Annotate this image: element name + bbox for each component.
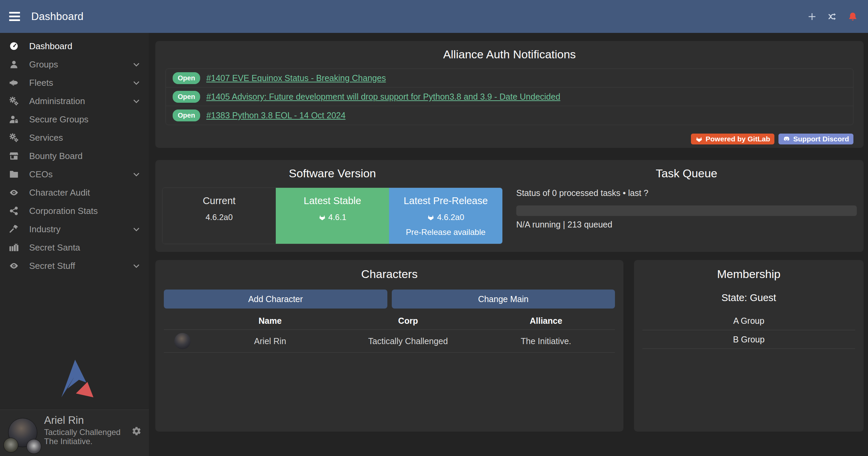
notification-link[interactable]: #1405 Advisory: Future development will … [206,92,560,102]
cell-name: Ariel Rin [201,336,339,346]
sidebar-item-fleets[interactable]: Fleets [0,74,149,92]
chevron-down-icon [132,78,141,87]
corp-logo [3,438,18,453]
sidebar-item-corporation-stats[interactable]: Corporation Stats [0,202,149,220]
sidebar-item-secret-stuff[interactable]: Secret Stuff [0,257,149,275]
sidebar-item-dashboard[interactable]: Dashboard [0,37,149,55]
chevron-down-icon [132,60,141,69]
notification-link[interactable]: #1407 EVE Equinox Status - Breaking Chan… [206,73,386,83]
task-queue-section: Task Queue Status of 0 processed tasks •… [509,167,864,245]
cogs-icon [9,133,23,143]
user-corp: Tactically Challenged [44,428,120,437]
membership-panel: Membership State: Guest A Group B Group [634,260,864,432]
eye-icon [9,261,23,271]
sidebar-item-administration[interactable]: Administration [0,92,149,110]
gauge-icon [9,41,23,51]
chevron-down-icon [132,261,141,270]
notification-item: Open #1405 Advisory: Future development … [166,87,853,106]
membership-title: Membership [642,267,855,281]
chevron-down-icon [132,97,141,105]
col-header-corp: Corp [339,316,477,326]
col-header-alliance: Alliance [477,316,615,326]
sidebar: Dashboard Groups Fleets [0,33,149,456]
change-main-shuffle-icon[interactable] [827,11,838,22]
task-queue-status: Status of 0 processed tasks • last ? [516,188,857,198]
page-title: Dashboard [31,11,83,23]
characters-table: Name Corp Alliance Ariel Rin Tactically … [164,312,615,353]
characters-title: Characters [164,267,615,281]
sidebar-item-industry[interactable]: Industry [0,220,149,238]
notifications-panel: Alliance Auth Notifications Open #1407 E… [155,41,864,148]
alliance-logo [26,439,41,454]
status-badge: Open [173,110,200,121]
sidebar-item-secret-santa[interactable]: Secret Santa [0,238,149,257]
characters-table-header: Name Corp Alliance [164,312,615,330]
add-character-icon[interactable] [806,11,818,22]
membership-groups: A Group B Group [642,312,855,349]
sidebar-item-character-audit[interactable]: Character Audit [0,183,149,202]
software-version-title: Software Version [162,167,503,180]
powered-by-gitlab-badge[interactable]: Powered by GitLab [691,134,774,144]
menu-toggle-button[interactable] [6,6,26,27]
sidebar-item-bounty-board[interactable]: Bounty Board [0,147,149,165]
cogs-icon [9,96,23,106]
task-queue-counts: N/A running | 213 queued [516,220,857,230]
share-icon [9,206,23,216]
change-main-button[interactable]: Change Main [392,290,615,309]
user-lock-icon [9,114,23,124]
group-item: B Group [642,330,855,349]
chevron-down-icon [132,170,141,179]
sidebar-item-groups[interactable]: Groups [0,55,149,74]
shuttle-icon [9,78,23,88]
membership-state: State: Guest [642,292,855,303]
version-box: Current 4.6.2a0 Latest Stable 4.6.1 Late… [162,187,503,244]
user-name: Ariel Rin [44,415,120,427]
navbar-actions [806,11,868,22]
user-avatar[interactable] [7,418,41,453]
user-panel: Ariel Rin Tactically Challenged The Init… [0,410,149,456]
gitlab-icon [695,135,703,143]
group-item: A Group [642,312,855,330]
gifts-icon [9,242,23,253]
software-taskqueue-panel: Software Version Current 4.6.2a0 Latest … [155,160,864,252]
notifications-bell-icon[interactable] [847,11,859,22]
sidebar-item-services[interactable]: Services [0,128,149,147]
notifications-title: Alliance Auth Notifications [166,48,853,61]
sidebar-item-secure-groups[interactable]: Secure Groups [0,110,149,128]
status-badge: Open [173,91,200,103]
table-row: Ariel Rin Tactically Challenged The Init… [164,330,615,353]
main-content: Alliance Auth Notifications Open #1407 E… [149,33,868,456]
version-latest-stable: Latest Stable 4.6.1 [276,188,389,244]
gitlab-icon [319,214,326,221]
discord-icon [783,135,790,143]
alliance-auth-logo [0,357,149,402]
version-current: Current 4.6.2a0 [162,188,276,244]
eye-icon [9,187,23,198]
character-avatar [174,333,191,349]
top-navbar: Dashboard [0,0,868,33]
sidebar-item-ceos[interactable]: CEOs [0,165,149,183]
chevron-down-icon [132,225,141,234]
gitlab-icon [427,214,435,221]
add-character-button[interactable]: Add Character [164,290,387,309]
status-badge: Open [173,72,200,84]
sidebar-menu: Dashboard Groups Fleets [0,33,149,275]
user-alliance: The Initiative. [44,437,120,446]
user-icon [9,59,23,70]
cell-alliance: The Initiative. [477,336,615,346]
support-discord-badge[interactable]: Support Discord [778,134,853,144]
store-icon [9,151,23,161]
notification-item: Open #1383 Python 3.8 EOL - 14 Oct 2024 [166,106,853,125]
notification-item: Open #1407 EVE Equinox Status - Breaking… [166,69,853,87]
hammer-icon [9,224,23,234]
task-queue-progressbar [516,205,857,216]
software-version-section: Software Version Current 4.6.2a0 Latest … [155,167,509,245]
notifications-list: Open #1407 EVE Equinox Status - Breaking… [166,68,853,125]
version-latest-prerelease: Latest Pre-Release 4.6.2a0 Pre-Release a… [389,188,502,244]
task-queue-title: Task Queue [516,167,857,180]
notification-link[interactable]: #1383 Python 3.8 EOL - 14 Oct 2024 [206,111,345,120]
characters-panel: Characters Add Character Change Main Nam… [155,260,623,432]
user-settings-gear-icon[interactable] [131,426,141,436]
folder-icon [9,169,23,179]
cell-corp: Tactically Challenged [339,336,477,346]
